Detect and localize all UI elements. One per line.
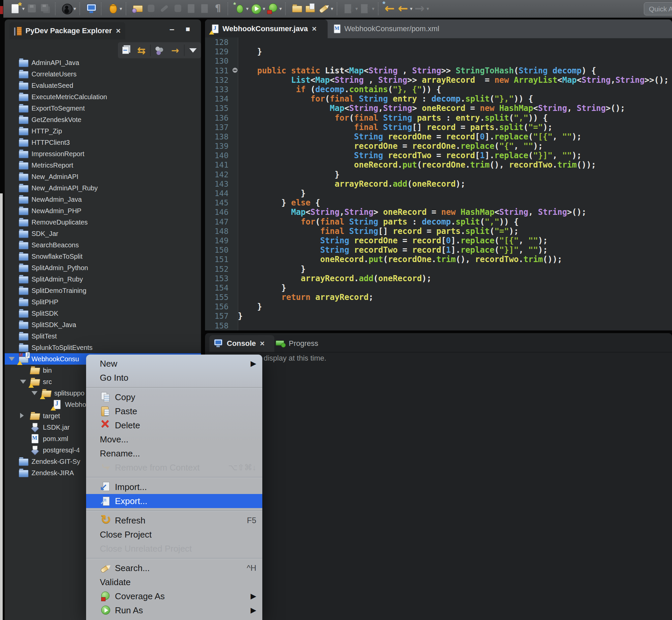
dropdown-caret-icon[interactable]: ▾: [279, 6, 282, 12]
tree-item-snowflaketosplit[interactable]: SnowflakeToSplit: [5, 251, 201, 262]
tree-item-new-adminapi-ruby[interactable]: New_AdminAPI_Ruby: [5, 182, 201, 194]
tree-item-httpclient3[interactable]: HTTPClient3: [5, 137, 201, 148]
filter-icon[interactable]: [153, 44, 167, 57]
tree-item-getzendeskvote[interactable]: GetZendeskVote: [5, 114, 201, 125]
expand-arrow-icon[interactable]: [20, 413, 24, 418]
code-line: 146 Map<String,String> oneRecord = new H…: [205, 207, 672, 217]
dropdown-caret-icon[interactable]: ▾: [331, 6, 333, 12]
run-history-button[interactable]: ▾: [267, 3, 282, 15]
code-token: .: [451, 217, 456, 226]
expand-sections-icon: [359, 3, 371, 15]
link-icon[interactable]: [134, 44, 149, 57]
close-tab-icon[interactable]: ×: [312, 24, 317, 34]
tree-item-splittest[interactable]: SplitTest: [5, 330, 201, 342]
quick-access-button[interactable]: Quick A: [644, 2, 672, 15]
tab-progress[interactable]: Progress: [275, 335, 339, 352]
menu-item-import[interactable]: Import...: [86, 480, 262, 494]
tree-item-sdk-jar[interactable]: SDK_Jar: [5, 228, 201, 239]
dropdown-caret-icon[interactable]: ▾: [22, 6, 25, 12]
code-editor[interactable]: 128129 }130131 public static List<Map<St…: [205, 38, 672, 330]
editor-panel[interactable]: WebhookConsumer.java × WebhookConsumer/p…: [205, 19, 672, 330]
collapse-icon[interactable]: [119, 44, 133, 57]
tree-item-metricsreport[interactable]: MetricsReport: [5, 159, 201, 171]
split-plugin-icon: [107, 3, 119, 15]
menu-item-validate[interactable]: Validate: [86, 575, 262, 589]
menu-item-new[interactable]: New▶: [86, 357, 262, 371]
menu-item-go-into[interactable]: Go Into: [86, 371, 262, 385]
menu-item-run-as[interactable]: Run As▶: [86, 603, 262, 617]
dropdown-caret-icon[interactable]: ▾: [74, 6, 76, 12]
open-folder-button[interactable]: [291, 3, 303, 15]
back-button[interactable]: ▾: [397, 3, 413, 15]
tree-item-splitsdk-java[interactable]: SplitSDK_Java: [5, 319, 201, 330]
menu-item-copy[interactable]: Copy: [86, 390, 262, 404]
tree-item-splitadmin-ruby[interactable]: SplitAdmin_Ruby: [5, 273, 201, 285]
menu-item-close-project[interactable]: Close Project: [86, 527, 262, 541]
tree-item-correlateusers[interactable]: CorrelateUsers: [5, 68, 201, 80]
close-view-icon[interactable]: ×: [116, 26, 121, 36]
tree-item-splunktosplitevents[interactable]: SplunkToSplitEvents: [5, 342, 201, 353]
tree-item-exporttosegment[interactable]: ExportToSegment: [5, 103, 201, 114]
code-token: (: [490, 94, 494, 104]
tree-item-executemetriccalculation[interactable]: ExecuteMetricCalculation: [5, 91, 201, 103]
debug-button[interactable]: ▾: [233, 3, 249, 15]
menu-item-paste[interactable]: Paste: [86, 404, 262, 418]
remote-console-button[interactable]: [86, 3, 98, 15]
menu-item-move[interactable]: Move...: [86, 432, 262, 447]
tree-item-splitdemotraining[interactable]: SplitDemoTraining: [5, 285, 201, 296]
tree-item-impressionreport[interactable]: ImpressionReport: [5, 148, 201, 159]
fold-marker-icon[interactable]: [232, 68, 237, 73]
tree-item-splitsdk[interactable]: SplitSDK: [5, 308, 201, 319]
dropdown-caret-icon[interactable]: ▾: [427, 6, 429, 12]
tab-pydev-package-explorer[interactable]: PyDev Package Explorer ×: [9, 22, 125, 40]
dropdown-caret-icon[interactable]: ▾: [263, 6, 265, 12]
dropdown-caret-icon[interactable]: ▾: [410, 6, 413, 12]
dropdown-caret-icon[interactable]: ▾: [246, 6, 249, 12]
menu-item-delete[interactable]: Delete: [86, 418, 262, 432]
menu-item-coverage-as[interactable]: Coverage As▶: [86, 589, 262, 603]
split-plugin-button[interactable]: ▾: [107, 3, 122, 15]
menu-item-refresh[interactable]: RefreshF5: [86, 513, 262, 527]
tree-item-newadmin-php[interactable]: NewAdmin_PHP: [5, 205, 201, 216]
code-token: (: [407, 179, 412, 189]
minimize-view-button[interactable]: –: [169, 25, 174, 34]
tree-item-newadmin-java[interactable]: NewAdmin_Java: [5, 194, 201, 205]
close-console-icon[interactable]: ×: [260, 339, 265, 348]
menu-item-export[interactable]: Export...: [86, 494, 262, 508]
show-whitespace-button[interactable]: [212, 3, 224, 15]
tree-item-removeduplicates[interactable]: RemoveDuplicates: [5, 216, 201, 228]
maximize-view-button[interactable]: ■: [185, 25, 190, 34]
expand-arrow-icon[interactable]: [32, 391, 38, 395]
tree-item-new-adminapi[interactable]: New_AdminAPI: [5, 171, 201, 182]
tree-item-adminapi-java[interactable]: AdminAPI_Java: [5, 57, 201, 68]
clipboard-folder-button[interactable]: [304, 3, 317, 15]
dropdown-caret-icon[interactable]: ▾: [120, 6, 122, 12]
tab-webhookconsumer-java[interactable]: WebhookConsumer.java ×: [205, 19, 328, 38]
open-task-button[interactable]: [132, 3, 144, 15]
tree-item-splitphp[interactable]: SplitPHP: [5, 296, 201, 308]
expand-arrow-icon[interactable]: [9, 357, 15, 361]
code-line: 129 }: [205, 47, 672, 56]
tree-item-searchbeacons[interactable]: SearchBeacons: [5, 239, 201, 251]
tab-pom-xml[interactable]: WebhookConsumer/pom.xml: [328, 19, 452, 38]
tree-item-http-zip[interactable]: HTTP_Zip: [5, 125, 201, 137]
menu-item-rename[interactable]: Rename...: [86, 447, 262, 461]
code-token: decomp: [315, 85, 344, 94]
run-button[interactable]: ▾: [250, 3, 265, 15]
back-origin-button[interactable]: [384, 3, 396, 15]
highlighter-button[interactable]: ▾: [318, 3, 333, 15]
user-profile-button[interactable]: ▾: [61, 3, 76, 15]
expand-arrow-icon[interactable]: [20, 380, 26, 384]
toolbar-separator: [126, 2, 128, 15]
new-wizard-button[interactable]: ▾: [9, 3, 25, 15]
tree-item-evaluateseed[interactable]: EvaluateSeed: [5, 80, 201, 91]
focus-icon[interactable]: [168, 44, 182, 57]
menu-item-search[interactable]: Search...^H: [86, 561, 262, 575]
viewmenu-icon[interactable]: [186, 44, 200, 57]
code-token: :: [417, 94, 432, 104]
dropdown-caret-icon[interactable]: ▾: [355, 6, 358, 12]
tree-item-splitadmin-python[interactable]: SplitAdmin_Python: [5, 262, 201, 273]
code-token: [238, 293, 281, 302]
tab-console[interactable]: Console ×: [209, 335, 274, 352]
dropdown-caret-icon[interactable]: ▾: [372, 6, 375, 12]
